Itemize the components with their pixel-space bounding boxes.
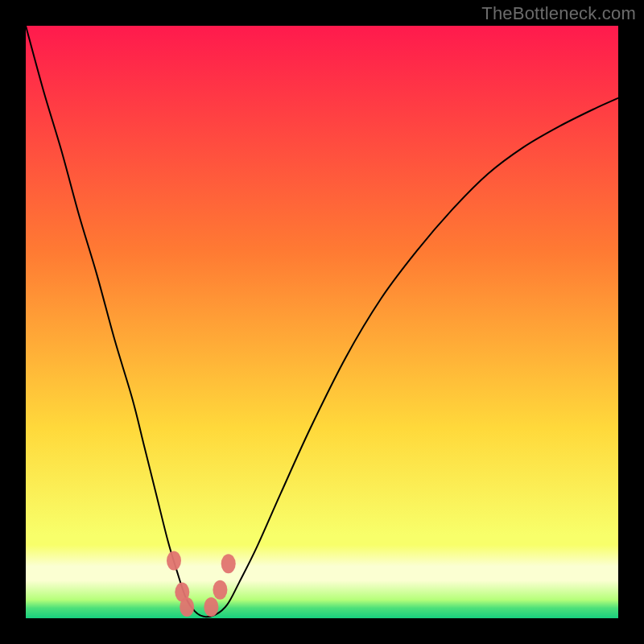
highlight-dot [180,597,194,617]
highlight-dot [204,597,218,617]
bottleneck-curve [26,26,618,617]
chart-frame: TheBottleneck.com [0,0,644,644]
plot-area [26,26,618,618]
highlight-dot [167,551,181,571]
watermark-text: TheBottleneck.com [481,3,636,24]
highlight-dot [221,554,236,573]
curve-layer [26,26,618,618]
highlight-dot [213,580,227,600]
